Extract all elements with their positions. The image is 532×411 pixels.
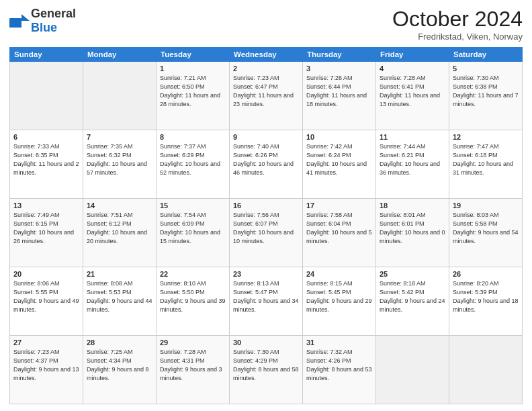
- header: GeneralBlue October 2024 Fredrikstad, Vi…: [9, 7, 523, 42]
- calendar-cell-w2-d1: 6Sunrise: 7:33 AMSunset: 6:35 PMDaylight…: [10, 130, 83, 199]
- day-number: 19: [453, 201, 519, 210]
- day-number: 26: [453, 270, 519, 278]
- day-number: 17: [306, 201, 372, 210]
- day-info: Sunrise: 7:21 AMSunset: 6:50 PMDaylight:…: [160, 74, 226, 109]
- day-number: 25: [380, 270, 445, 278]
- calendar-cell-w5-d2: 28Sunrise: 7:25 AMSunset: 4:34 PMDayligh…: [83, 336, 157, 404]
- calendar-cell-w5-d4: 30Sunrise: 7:30 AMSunset: 4:29 PMDayligh…: [230, 336, 303, 404]
- col-wednesday: Wednesday: [230, 48, 303, 62]
- calendar-cell-w4-d6: 25Sunrise: 8:18 AMSunset: 5:42 PMDayligh…: [376, 267, 449, 336]
- calendar-cell-w1-d6: 4Sunrise: 7:28 AMSunset: 6:41 PMDaylight…: [376, 62, 449, 130]
- calendar-cell-w2-d3: 8Sunrise: 7:37 AMSunset: 6:29 PMDaylight…: [157, 130, 230, 199]
- day-info: Sunrise: 7:47 AMSunset: 6:18 PMDaylight:…: [453, 142, 519, 177]
- day-number: 1: [160, 64, 226, 73]
- calendar-table: Sunday Monday Tuesday Wednesday Thursday…: [9, 47, 523, 404]
- calendar-cell-w4-d2: 21Sunrise: 8:08 AMSunset: 5:53 PMDayligh…: [83, 267, 157, 336]
- calendar-cell-w2-d4: 9Sunrise: 7:40 AMSunset: 6:26 PMDaylight…: [230, 130, 303, 199]
- calendar-week-2: 6Sunrise: 7:33 AMSunset: 6:35 PMDaylight…: [10, 130, 523, 199]
- day-info: Sunrise: 7:30 AMSunset: 6:38 PMDaylight:…: [453, 74, 519, 109]
- day-number: 3: [306, 64, 372, 73]
- calendar-cell-w1-d4: 2Sunrise: 7:23 AMSunset: 6:47 PMDaylight…: [230, 62, 303, 130]
- day-info: Sunrise: 7:42 AMSunset: 6:24 PMDaylight:…: [306, 142, 372, 177]
- calendar-cell-w5-d3: 29Sunrise: 7:28 AMSunset: 4:31 PMDayligh…: [157, 336, 230, 404]
- day-number: 28: [87, 338, 152, 347]
- day-info: Sunrise: 7:40 AMSunset: 6:26 PMDaylight:…: [233, 142, 299, 177]
- day-info: Sunrise: 7:30 AMSunset: 4:29 PMDaylight:…: [233, 348, 299, 383]
- day-number: 12: [453, 133, 519, 141]
- day-info: Sunrise: 7:51 AMSunset: 6:12 PMDaylight:…: [87, 211, 152, 246]
- day-info: Sunrise: 7:44 AMSunset: 6:21 PMDaylight:…: [380, 142, 445, 177]
- calendar-cell-w4-d5: 24Sunrise: 8:15 AMSunset: 5:45 PMDayligh…: [303, 267, 376, 336]
- day-info: Sunrise: 7:33 AMSunset: 6:35 PMDaylight:…: [13, 142, 79, 177]
- day-info: Sunrise: 7:58 AMSunset: 6:04 PMDaylight:…: [306, 211, 372, 246]
- calendar-cell-w1-d1: [10, 62, 83, 130]
- day-number: 18: [380, 201, 445, 210]
- calendar-week-1: 1Sunrise: 7:21 AMSunset: 6:50 PMDaylight…: [10, 62, 523, 130]
- day-info: Sunrise: 7:26 AMSunset: 6:44 PMDaylight:…: [306, 74, 372, 109]
- calendar-cell-w5-d5: 31Sunrise: 7:32 AMSunset: 4:26 PMDayligh…: [303, 336, 376, 404]
- day-info: Sunrise: 8:13 AMSunset: 5:47 PMDaylight:…: [233, 279, 299, 314]
- calendar-cell-w4-d3: 22Sunrise: 8:10 AMSunset: 5:50 PMDayligh…: [157, 267, 230, 336]
- day-info: Sunrise: 8:10 AMSunset: 5:50 PMDaylight:…: [160, 279, 226, 314]
- day-info: Sunrise: 7:25 AMSunset: 4:34 PMDaylight:…: [87, 348, 152, 383]
- day-info: Sunrise: 8:18 AMSunset: 5:42 PMDaylight:…: [380, 279, 445, 314]
- col-thursday: Thursday: [303, 48, 376, 62]
- calendar-cell-w3-d2: 14Sunrise: 7:51 AMSunset: 6:12 PMDayligh…: [83, 199, 157, 267]
- day-info: Sunrise: 7:37 AMSunset: 6:29 PMDaylight:…: [160, 142, 226, 177]
- calendar-cell-w2-d2: 7Sunrise: 7:35 AMSunset: 6:32 PMDaylight…: [83, 130, 157, 199]
- day-number: 2: [233, 64, 299, 73]
- col-tuesday: Tuesday: [157, 48, 230, 62]
- calendar-cell-w3-d1: 13Sunrise: 7:49 AMSunset: 6:15 PMDayligh…: [10, 199, 83, 267]
- calendar-cell-w3-d5: 17Sunrise: 7:58 AMSunset: 6:04 PMDayligh…: [303, 199, 376, 267]
- calendar-cell-w5-d6: [376, 336, 449, 404]
- col-friday: Friday: [376, 48, 449, 62]
- calendar-cell-w2-d6: 11Sunrise: 7:44 AMSunset: 6:21 PMDayligh…: [376, 130, 449, 199]
- month-title: October 2024: [392, 7, 523, 32]
- day-info: Sunrise: 7:56 AMSunset: 6:07 PMDaylight:…: [233, 211, 299, 246]
- svg-marker-1: [21, 14, 30, 21]
- calendar-cell-w1-d7: 5Sunrise: 7:30 AMSunset: 6:38 PMDaylight…: [449, 62, 523, 130]
- day-info: Sunrise: 7:32 AMSunset: 4:26 PMDaylight:…: [306, 348, 372, 383]
- svg-rect-0: [9, 18, 21, 28]
- calendar-cell-w1-d2: [83, 62, 157, 130]
- day-info: Sunrise: 7:28 AMSunset: 4:31 PMDaylight:…: [160, 348, 226, 383]
- day-number: 9: [233, 133, 299, 141]
- logo-icon: [9, 14, 30, 28]
- day-number: 15: [160, 201, 226, 210]
- day-info: Sunrise: 8:20 AMSunset: 5:39 PMDaylight:…: [453, 279, 519, 314]
- day-info: Sunrise: 8:08 AMSunset: 5:53 PMDaylight:…: [87, 279, 152, 314]
- day-number: 4: [380, 64, 445, 73]
- calendar-cell-w1-d5: 3Sunrise: 7:26 AMSunset: 6:44 PMDaylight…: [303, 62, 376, 130]
- calendar-cell-w3-d7: 19Sunrise: 8:03 AMSunset: 5:58 PMDayligh…: [449, 199, 523, 267]
- calendar-header-row: Sunday Monday Tuesday Wednesday Thursday…: [10, 48, 523, 62]
- day-number: 8: [160, 133, 226, 141]
- day-number: 31: [306, 338, 372, 347]
- day-info: Sunrise: 7:49 AMSunset: 6:15 PMDaylight:…: [13, 211, 79, 246]
- calendar-cell-w4-d7: 26Sunrise: 8:20 AMSunset: 5:39 PMDayligh…: [449, 267, 523, 336]
- col-monday: Monday: [83, 48, 157, 62]
- location: Fredrikstad, Viken, Norway: [392, 32, 523, 42]
- calendar-cell-w3-d4: 16Sunrise: 7:56 AMSunset: 6:07 PMDayligh…: [230, 199, 303, 267]
- calendar-cell-w5-d1: 27Sunrise: 7:23 AMSunset: 4:37 PMDayligh…: [10, 336, 83, 404]
- title-area: October 2024 Fredrikstad, Viken, Norway: [392, 7, 523, 42]
- calendar-cell-w4-d1: 20Sunrise: 8:06 AMSunset: 5:55 PMDayligh…: [10, 267, 83, 336]
- day-info: Sunrise: 7:23 AMSunset: 4:37 PMDaylight:…: [13, 348, 79, 383]
- day-number: 10: [306, 133, 372, 141]
- calendar-week-3: 13Sunrise: 7:49 AMSunset: 6:15 PMDayligh…: [10, 199, 523, 267]
- logo-text: GeneralBlue: [31, 7, 76, 35]
- calendar-cell-w2-d5: 10Sunrise: 7:42 AMSunset: 6:24 PMDayligh…: [303, 130, 376, 199]
- day-number: 6: [13, 133, 79, 141]
- day-number: 23: [233, 270, 299, 278]
- day-number: 13: [13, 201, 79, 210]
- day-number: 27: [13, 338, 79, 347]
- calendar-cell-w3-d6: 18Sunrise: 8:01 AMSunset: 6:01 PMDayligh…: [376, 199, 449, 267]
- day-number: 21: [87, 270, 152, 278]
- calendar-week-4: 20Sunrise: 8:06 AMSunset: 5:55 PMDayligh…: [10, 267, 523, 336]
- logo: GeneralBlue: [9, 7, 76, 35]
- day-number: 5: [453, 64, 519, 73]
- day-info: Sunrise: 8:15 AMSunset: 5:45 PMDaylight:…: [306, 279, 372, 314]
- col-sunday: Sunday: [10, 48, 83, 62]
- col-saturday: Saturday: [449, 48, 523, 62]
- day-number: 11: [380, 133, 445, 141]
- day-number: 20: [13, 270, 79, 278]
